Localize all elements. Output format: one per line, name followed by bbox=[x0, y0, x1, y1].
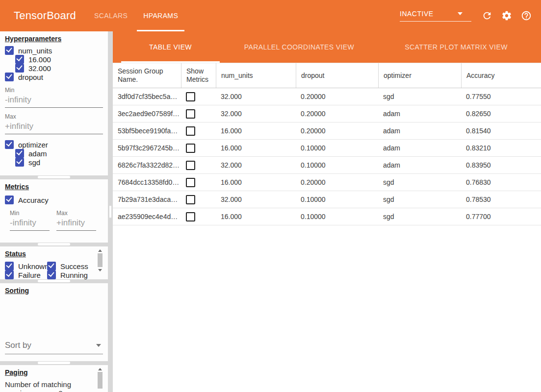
accuracy-cell: 0.78530 bbox=[461, 191, 541, 208]
metrics-list: Accuracy bbox=[5, 196, 103, 204]
checkbox-sgd[interactable] bbox=[15, 158, 24, 167]
app-title: TensorBoard bbox=[14, 9, 76, 22]
show-metrics-checkbox[interactable] bbox=[186, 178, 195, 187]
gear-icon bbox=[501, 10, 512, 21]
dropout-cell: 0.20000 bbox=[296, 88, 378, 105]
checkbox-success[interactable] bbox=[47, 262, 56, 270]
column-header-dropout[interactable]: dropout bbox=[296, 63, 378, 88]
status-row: FailureRunning bbox=[5, 270, 103, 279]
checkbox-optimizer[interactable] bbox=[5, 140, 14, 149]
tab-table-view[interactable]: TABLE VIEW bbox=[121, 31, 220, 63]
metrics-title: Metrics bbox=[5, 183, 103, 191]
dropout-min-input[interactable] bbox=[5, 94, 103, 108]
accuracy-cell: 0.77550 bbox=[461, 88, 541, 105]
resize-handle[interactable] bbox=[38, 243, 70, 245]
resize-handle[interactable] bbox=[38, 280, 70, 282]
help-button[interactable] bbox=[516, 6, 536, 25]
checkbox-unknown[interactable] bbox=[5, 262, 14, 270]
show-metrics-cell bbox=[181, 191, 216, 208]
max-label: Max bbox=[5, 113, 103, 120]
status-item-unknown: Unknown bbox=[5, 262, 47, 270]
min-label: Min bbox=[5, 87, 103, 94]
run-status-dropdown[interactable]: INACTIVE bbox=[400, 10, 471, 22]
show-metrics-checkbox[interactable] bbox=[186, 126, 195, 136]
show-metrics-cell bbox=[181, 122, 216, 139]
checkbox-accuracy[interactable] bbox=[5, 196, 14, 204]
optimizer-cell: adam bbox=[378, 122, 461, 139]
session-group-name-cell: 7b29a731e3daca… bbox=[113, 191, 181, 208]
accuracy-max-input[interactable] bbox=[56, 217, 96, 231]
num-units-cell: 32.000 bbox=[216, 191, 296, 208]
show-metrics-checkbox[interactable] bbox=[186, 92, 195, 101]
accuracy-min-input[interactable] bbox=[10, 217, 50, 231]
table-row: 53bf5bece9190fa…16.0000.20000adam0.81540 bbox=[113, 122, 541, 140]
scroll-up-icon[interactable] bbox=[98, 249, 102, 252]
checkbox-label: adam bbox=[28, 149, 47, 158]
scroll-up-icon[interactable] bbox=[98, 368, 102, 370]
tab-scatter-plot-matrix-view[interactable]: SCATTER PLOT MATRIX VIEW bbox=[379, 31, 534, 63]
show-metrics-checkbox[interactable] bbox=[186, 212, 195, 221]
checkbox-label: num_units bbox=[18, 47, 52, 55]
accuracy-cell: 0.83950 bbox=[461, 157, 541, 173]
optimizer-cell: adam bbox=[378, 157, 461, 173]
checkbox-row-optimizer: optimizer bbox=[5, 140, 103, 149]
matching-session-groups-count: Number of matching session groups: 8 bbox=[5, 380, 92, 392]
dropout-cell: 0.10000 bbox=[296, 140, 378, 156]
table-row: 3df0d7cf35bec5a…32.0000.20000sgd0.77550 bbox=[113, 88, 541, 105]
column-header-session-group-name[interactable]: Session Group Name. bbox=[113, 63, 181, 88]
checkbox-failure[interactable] bbox=[5, 270, 14, 279]
sidebar-scrollbar-thumb[interactable] bbox=[109, 206, 111, 218]
dropout-cell: 0.10000 bbox=[296, 157, 378, 173]
resize-handle[interactable] bbox=[38, 362, 70, 364]
resize-handle[interactable] bbox=[38, 176, 70, 178]
num-units-cell: 16.000 bbox=[216, 140, 296, 156]
app-bar-actions: INACTIVE bbox=[400, 0, 536, 31]
session-groups-table: Session Group Name.Show Metricsnum_units… bbox=[113, 63, 541, 225]
tab-parallel-coordinates-view[interactable]: PARALLEL COORDINATES VIEW bbox=[220, 31, 379, 63]
sort-by-dropdown[interactable]: Sort by bbox=[5, 341, 103, 354]
refresh-button[interactable] bbox=[477, 6, 497, 25]
dropout-max-input[interactable] bbox=[5, 120, 103, 134]
scroll-down-icon[interactable] bbox=[98, 269, 102, 271]
scrollbar-thumb[interactable] bbox=[98, 253, 103, 267]
accuracy-cell: 0.76830 bbox=[461, 174, 541, 191]
checkbox-dropout[interactable] bbox=[5, 73, 14, 81]
dropout-cell: 0.10000 bbox=[296, 208, 378, 225]
show-metrics-checkbox[interactable] bbox=[186, 144, 195, 153]
num-units-cell: 32.000 bbox=[216, 157, 296, 173]
paging-scrollbar[interactable] bbox=[97, 368, 103, 391]
optimizer-cell: sgd bbox=[378, 191, 461, 208]
column-header-accuracy[interactable]: Accuracy bbox=[461, 63, 541, 88]
dropout-cell: 0.20000 bbox=[296, 122, 378, 139]
column-header-show-metrics[interactable]: Show Metrics bbox=[181, 63, 216, 88]
checkbox-adam[interactable] bbox=[15, 149, 24, 158]
status-item-failure: Failure bbox=[5, 270, 47, 279]
checkbox-label: 32.000 bbox=[28, 64, 51, 73]
show-metrics-checkbox[interactable] bbox=[186, 195, 195, 204]
app-bar: TensorBoard SCALARS HPARAMS INACTIVE bbox=[0, 0, 541, 31]
show-metrics-checkbox[interactable] bbox=[186, 109, 195, 119]
checkbox-16-000[interactable] bbox=[15, 55, 24, 64]
optimizer-cell: sgd bbox=[378, 88, 461, 105]
checkbox-running[interactable] bbox=[47, 270, 56, 279]
tab-scalars[interactable]: SCALARS bbox=[86, 0, 135, 31]
optimizer-cell: sgd bbox=[378, 208, 461, 225]
session-group-name-cell: 53bf5bece9190fa… bbox=[113, 122, 181, 139]
checkbox-32-000[interactable] bbox=[15, 64, 24, 73]
accuracy-cell: 0.77700 bbox=[461, 208, 541, 225]
tab-hparams[interactable]: HPARAMS bbox=[135, 0, 186, 31]
column-header-optimizer[interactable]: optimizer bbox=[378, 63, 461, 88]
status-scrollbar[interactable] bbox=[97, 249, 103, 278]
settings-button[interactable] bbox=[497, 6, 516, 25]
table-row: ae235909ec4e4d…16.0000.10000sgd0.77700 bbox=[113, 208, 541, 225]
column-header-num-units[interactable]: num_units bbox=[216, 63, 296, 88]
table-row: 3ec2aed9e07589f…32.0000.20000adam0.82650 bbox=[113, 105, 541, 122]
num-units-cell: 16.000 bbox=[216, 174, 296, 191]
scrollbar-thumb[interactable] bbox=[98, 372, 103, 389]
show-metrics-cell bbox=[181, 105, 216, 122]
checkbox-row-16-000: 16.000 bbox=[15, 55, 103, 64]
checkbox-row-sgd: sgd bbox=[15, 158, 103, 167]
optimizer-cell: sgd bbox=[378, 174, 461, 191]
checkbox-num-units[interactable] bbox=[5, 46, 14, 55]
show-metrics-checkbox[interactable] bbox=[186, 161, 195, 170]
